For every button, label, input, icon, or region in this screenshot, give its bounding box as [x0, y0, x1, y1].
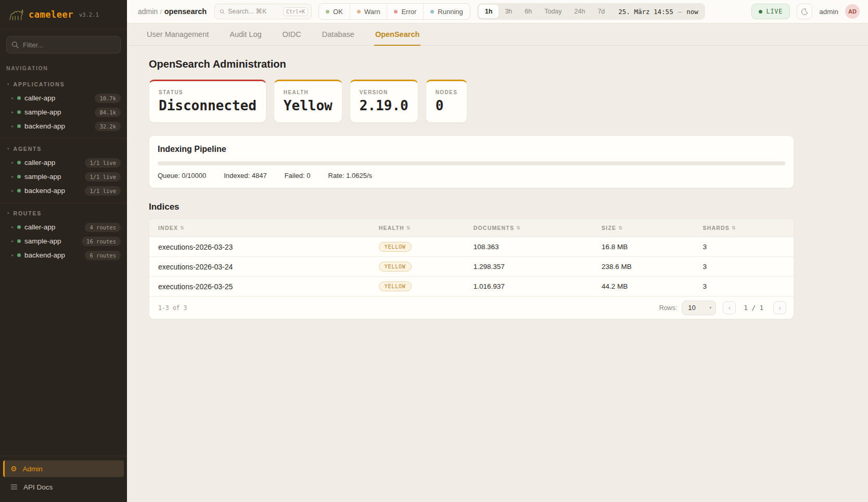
- range-today-button[interactable]: Today: [538, 5, 568, 18]
- brand-header: cameleer v3.2.1: [0, 0, 127, 29]
- chevron-right-icon: ▸: [11, 225, 14, 229]
- tab-audit-log[interactable]: Audit Log: [228, 25, 262, 46]
- table-row[interactable]: executions-2026-03-24 YELLOW 1.298.357 2…: [149, 257, 794, 277]
- index-name-cell: executions-2026-03-25: [149, 282, 379, 291]
- admin-tabs: User Management Audit Log OIDC Database …: [127, 23, 868, 46]
- table-footer: 1-3 of 3 Rows: 10 ▾ ‹ 1 / 1 ›: [149, 297, 794, 319]
- sort-icon: ⇅: [732, 225, 736, 230]
- filter-chip-warn[interactable]: Warn: [350, 4, 387, 19]
- item-label: sample-app: [24, 173, 61, 181]
- chevron-right-icon: ▸: [11, 124, 14, 128]
- status-dot: [17, 225, 21, 229]
- column-header-size[interactable]: SIZE⇅: [602, 225, 703, 231]
- sidebar-item-sample-app-routes[interactable]: ▸ sample-app 16 routes: [0, 234, 127, 248]
- stat-value: 0: [436, 99, 458, 113]
- tab-user-management[interactable]: User Management: [146, 25, 210, 46]
- rows-per-page-select[interactable]: 10 ▾: [682, 301, 716, 315]
- sidebar-item-sample-app-agent[interactable]: ▸ sample-app 1/1 live: [0, 170, 127, 184]
- filter-chip-ok[interactable]: OK: [319, 4, 350, 19]
- failed-stat: Failed: 0: [285, 172, 311, 179]
- sidebar-item-caller-app-agent[interactable]: ▸ caller-app 1/1 live: [0, 156, 127, 170]
- count-badge: 10.7k: [95, 94, 121, 103]
- search-input[interactable]: [228, 8, 280, 15]
- range-1h-button[interactable]: 1h: [479, 5, 499, 18]
- column-header-shards[interactable]: SHARDS⇅: [703, 225, 794, 231]
- live-dot-icon: [759, 10, 762, 14]
- indices-table: INDEX⇅ HEALTH⇅ DOCUMENTS⇅ SIZE⇅ SHARDS⇅ …: [149, 218, 794, 319]
- filter-chip-running[interactable]: Running: [423, 4, 469, 19]
- count-badge: 4 routes: [85, 223, 121, 232]
- page-body: OpenSearch Administration STATUS Disconn…: [149, 58, 794, 319]
- avatar[interactable]: AD: [845, 4, 860, 19]
- sidebar-item-sample-app[interactable]: ▸ sample-app 84.1k: [0, 105, 127, 119]
- table-row[interactable]: executions-2026-03-25 YELLOW 1.016.937 4…: [149, 277, 794, 297]
- index-name-cell: executions-2026-03-24: [149, 263, 379, 271]
- tab-oidc[interactable]: OIDC: [282, 25, 302, 46]
- topbar: admin / opensearch Ctrl+K OK: [127, 0, 868, 23]
- brand-version: v3.2.1: [79, 11, 99, 18]
- pagination-controls: Rows: 10 ▾ ‹ 1 / 1 ›: [659, 301, 786, 315]
- status-dot: [17, 124, 21, 128]
- sidebar-item-api-docs[interactable]: API Docs: [3, 479, 124, 495]
- chevron-right-icon: ▸: [11, 96, 14, 100]
- health-badge: YELLOW: [379, 262, 412, 272]
- ok-dot-icon: [326, 10, 329, 14]
- section-routes: ▾ ROUTES ▸ caller-app 4 routes ▸ sample-…: [0, 203, 127, 267]
- sidebar-item-backend-app[interactable]: ▸ backend-app 32.2k: [0, 119, 127, 133]
- health-cell: YELLOW: [379, 262, 474, 272]
- stat-value: Disconnected: [159, 99, 257, 113]
- page-title: OpenSearch Administration: [149, 58, 794, 70]
- count-badge: 1/1 live: [85, 186, 121, 196]
- size-cell: 238.6 MB: [602, 263, 703, 271]
- shards-cell: 3: [703, 282, 794, 290]
- health-badge: YELLOW: [379, 281, 412, 291]
- range-3h-button[interactable]: 3h: [499, 5, 518, 18]
- section-label: APPLICATIONS: [14, 81, 65, 87]
- breadcrumb-opensearch: opensearch: [164, 7, 207, 16]
- section-header-routes[interactable]: ▾ ROUTES: [0, 208, 127, 220]
- rows-per-page-label: Rows:: [659, 304, 678, 312]
- date-range-display[interactable]: 25. März 14:55 — now: [611, 8, 703, 16]
- chevron-right-icon: ▸: [11, 188, 14, 193]
- range-6h-button[interactable]: 6h: [518, 5, 538, 18]
- sidebar-item-caller-app[interactable]: ▸ caller-app 10.7k: [0, 91, 127, 105]
- count-badge: 1/1 live: [85, 172, 121, 182]
- prev-page-button[interactable]: ‹: [723, 301, 736, 314]
- filter-input[interactable]: [6, 36, 121, 54]
- breadcrumb-admin[interactable]: admin: [138, 7, 158, 16]
- section-header-applications[interactable]: ▾ APPLICATIONS: [0, 79, 127, 91]
- column-header-health[interactable]: HEALTH⇅: [379, 225, 474, 231]
- section-header-agents[interactable]: ▾ AGENTS: [0, 143, 127, 156]
- status-dot: [17, 110, 21, 114]
- sidebar-item-backend-app-agent[interactable]: ▸ backend-app 1/1 live: [0, 184, 127, 198]
- breadcrumb: admin / opensearch: [138, 7, 207, 16]
- sidebar-item-backend-app-routes[interactable]: ▸ backend-app 6 routes: [0, 248, 127, 262]
- app-root: cameleer v3.2.1 NAVIGATION ▾ APPLICATION…: [0, 0, 868, 502]
- date-to: now: [686, 8, 698, 16]
- filter-chip-error[interactable]: Error: [387, 4, 423, 19]
- item-label: sample-app: [24, 237, 61, 245]
- chevron-down-icon: ▾: [709, 305, 711, 310]
- chip-label: OK: [333, 8, 343, 16]
- count-badge: 32.2k: [95, 122, 121, 131]
- api-docs-label: API Docs: [23, 483, 53, 491]
- moon-icon: [801, 8, 809, 16]
- index-name-cell: executions-2026-03-23: [149, 243, 379, 251]
- item-label: backend-app: [24, 122, 65, 130]
- theme-toggle-button[interactable]: [797, 4, 812, 19]
- status-filter-group: OK Warn Error Running: [318, 3, 470, 20]
- live-toggle[interactable]: LIVE: [751, 4, 790, 19]
- next-page-button[interactable]: ›: [773, 301, 786, 314]
- tab-opensearch[interactable]: OpenSearch: [374, 25, 420, 46]
- column-header-index[interactable]: INDEX⇅: [149, 225, 379, 231]
- table-row[interactable]: executions-2026-03-23 YELLOW 108.363 16.…: [149, 237, 794, 257]
- sidebar-item-caller-app-routes[interactable]: ▸ caller-app 4 routes: [0, 220, 127, 234]
- table-header-row: INDEX⇅ HEALTH⇅ DOCUMENTS⇅ SIZE⇅ SHARDS⇅: [149, 219, 794, 237]
- sidebar-item-admin[interactable]: ⚙ Admin: [3, 460, 124, 477]
- count-badge: 1/1 live: [85, 158, 121, 168]
- column-header-documents[interactable]: DOCUMENTS⇅: [474, 225, 602, 231]
- global-search[interactable]: Ctrl+K: [214, 4, 312, 19]
- range-24h-button[interactable]: 24h: [568, 5, 592, 18]
- tab-database[interactable]: Database: [321, 25, 355, 46]
- range-7d-button[interactable]: 7d: [591, 5, 611, 18]
